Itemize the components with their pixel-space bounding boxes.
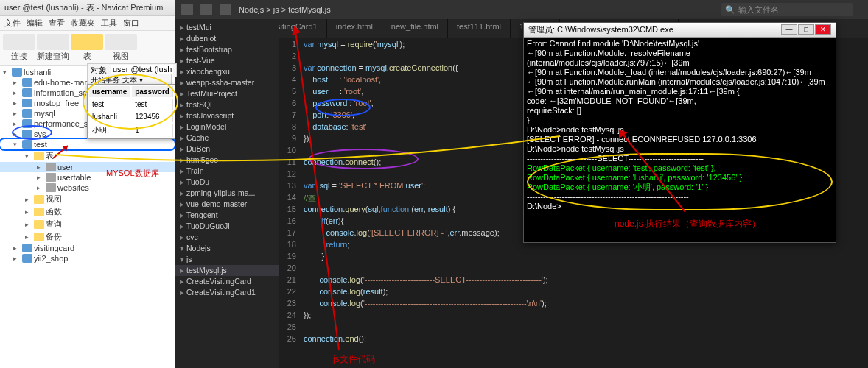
navicat-title: user @test (lushanli) - 表 - Navicat Prem… [0, 0, 175, 16]
close-button[interactable]: ✕ [815, 24, 831, 35]
search-icon: 🔍 [725, 5, 735, 15]
file-Nodejs[interactable]: ▾ Nodejs [175, 243, 279, 254]
user-data-table[interactable]: usernamepassword testtest lushanli123456… [87, 84, 175, 139]
back-icon[interactable] [200, 4, 212, 15]
col-username[interactable]: username [89, 86, 130, 97]
tree-node-视图[interactable]: ▸视图 [0, 193, 175, 205]
file-Tengcent[interactable]: ▸ Tengcent [175, 210, 279, 221]
tree-node-yii2_shop[interactable]: ▸yii2_shop [0, 253, 175, 263]
editor-topbar: Nodejs > js > testMysql.js 🔍 输入文件名 [175, 0, 868, 19]
cmd-titlebar[interactable]: 管理员: C:\Windows\system32\CMD.exe — □ ✕ [524, 23, 836, 38]
file-xiaochengxu[interactable]: ▸ xiaochengxu [175, 66, 279, 77]
minimize-button[interactable]: — [781, 24, 797, 35]
table-row: 小明1 [89, 124, 173, 137]
file-js[interactable]: ▾ js [175, 254, 279, 265]
code-line-24[interactable]: 24}); [279, 311, 868, 322]
tree-node-表[interactable]: ▾表 [0, 149, 175, 162]
tree-node-函数[interactable]: ▸函数 [0, 205, 175, 218]
tree-node-visitingcard[interactable]: ▸visitingcard [0, 243, 175, 253]
col-password[interactable]: password [132, 86, 173, 97]
tab-test111.html[interactable]: test111.html [448, 19, 511, 38]
navicat-toolbar: 连接 新建查询 表 视图 [0, 31, 175, 66]
tool-view[interactable]: 视图 [105, 34, 137, 62]
cmd-output[interactable]: Error: Cannot find module 'D:\Node\testM… [524, 38, 836, 213]
file-testMui[interactable]: ▸ testMui [175, 22, 279, 33]
navicat-menubar[interactable]: 文件 编辑 查看 收藏夹 工具 窗口 [0, 16, 175, 31]
search-placeholder: 输入文件名 [738, 4, 779, 15]
menu-edit[interactable]: 编辑 [27, 18, 43, 29]
breadcrumb[interactable]: Nodejs > js > testMysql.js [239, 5, 331, 14]
code-line-23[interactable]: 23 console.log('------------------------… [279, 299, 868, 311]
file-testBootstrap[interactable]: ▸ testBootstrap [175, 44, 279, 55]
file-LoginModel[interactable]: ▸ LoginModel [175, 121, 279, 132]
fwd-icon[interactable] [220, 4, 231, 15]
navicat-window: user @test (lushanli) - 表 - Navicat Prem… [0, 0, 175, 368]
file-search[interactable]: 🔍 输入文件名 [721, 3, 853, 16]
file-TestMuiProject[interactable]: ▸ TestMuiProject [175, 88, 279, 99]
file-html5geo[interactable]: ▸ html5geo [175, 155, 279, 166]
table-row: testtest [89, 99, 173, 110]
tab-index.html[interactable]: index.html [327, 19, 382, 38]
file-testSQL[interactable]: ▸ testSQL [175, 99, 279, 110]
file-test-Vue[interactable]: ▸ test-Vue [175, 55, 279, 66]
menu-view[interactable]: 查看 [49, 18, 65, 29]
tool-connect[interactable]: 连接 [3, 34, 35, 62]
tree-node-websites[interactable]: ▸websites [0, 183, 175, 193]
file-CreateVisitingCard[interactable]: ▸ CreateVisitingCard [175, 276, 279, 287]
file-DuBen[interactable]: ▸ DuBen [175, 144, 279, 155]
anno-mysql: MYSQL数据库 [106, 168, 159, 179]
file-weapp-ssha-master[interactable]: ▸ weapp-ssha-master [175, 77, 279, 88]
tool-table[interactable]: 表 [71, 34, 103, 62]
file-Cache[interactable]: ▸ Cache [175, 132, 279, 144]
tree-node-查询[interactable]: ▸查询 [0, 218, 175, 230]
file-TuoDuGuoJi[interactable]: ▸ TuoDuGuoJi [175, 221, 279, 232]
maximize-button[interactable]: □ [798, 24, 814, 35]
tool-newquery[interactable]: 新建查询 [37, 34, 69, 62]
file-dubeniot[interactable]: ▸ dubeniot [175, 33, 279, 44]
cmd-title-text: 管理员: C:\Windows\system32\CMD.exe [528, 24, 673, 35]
file-Train[interactable]: ▸ Train [175, 166, 279, 177]
code-line-21[interactable]: 21 console.log('------------------------… [279, 275, 868, 287]
file-testMysql.js[interactable]: ▸ testMysql.js [175, 265, 279, 276]
code-line-25[interactable]: 25 [279, 322, 868, 334]
table-row: lushanli123456 [89, 111, 173, 122]
file-testJavascript[interactable]: ▸ testJavascript [175, 110, 279, 121]
file-zpming-yiiplus-ma...[interactable]: ▸ zpming-yiiplus-ma... [175, 188, 279, 199]
menu-window[interactable]: 窗口 [123, 18, 139, 29]
menu-icon[interactable] [181, 4, 193, 15]
file-TuoDu[interactable]: ▸ TuoDu [175, 177, 279, 188]
file-CreateVisitingCard1[interactable]: ▸ CreateVisitingCard1 [175, 287, 279, 298]
code-line-26[interactable]: 26connection.end(); [279, 334, 868, 346]
code-line-20[interactable]: 20 [279, 263, 868, 275]
tree-node-test[interactable]: ▾test [0, 139, 175, 149]
code-line-22[interactable]: 22 console.log(result); [279, 287, 868, 299]
menu-file[interactable]: 文件 [4, 18, 21, 29]
code-line-19[interactable]: 19 } [279, 252, 868, 263]
tree-node-备份[interactable]: ▸备份 [0, 230, 175, 243]
file-cvc[interactable]: ▸ cvc [175, 232, 279, 243]
tab-new_file.html[interactable]: new_file.html [382, 19, 448, 38]
menu-fav[interactable]: 收藏夹 [71, 18, 95, 29]
cmd-window[interactable]: 管理员: C:\Windows\system32\CMD.exe — □ ✕ E… [523, 22, 836, 243]
menu-tools[interactable]: 工具 [101, 18, 117, 29]
file-vue-demo-master[interactable]: ▸ vue-demo-master [175, 199, 279, 210]
file-explorer[interactable]: ▸ testMui▸ dubeniot▸ testBootstrap▸ test… [175, 19, 279, 368]
